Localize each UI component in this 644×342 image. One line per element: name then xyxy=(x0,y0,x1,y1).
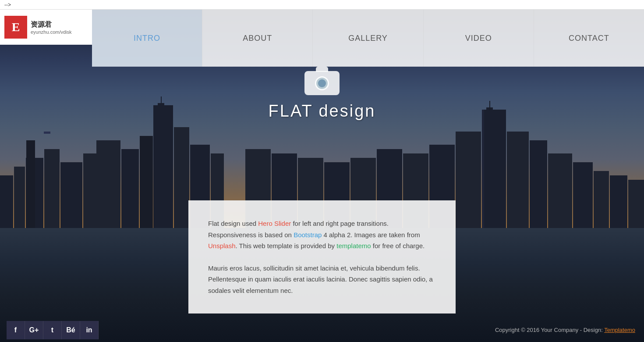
svg-rect-3 xyxy=(44,149,60,228)
svg-rect-11 xyxy=(96,140,120,228)
google-plus-icon[interactable]: G+ xyxy=(25,321,43,339)
content-box: Flat design used Hero Slider for left an… xyxy=(188,200,456,314)
nav-item-contact[interactable]: CONTACT xyxy=(534,10,644,67)
behance-icon[interactable]: Bé xyxy=(62,321,80,339)
content-text-mid2: 4 alpha 2. Images are taken from xyxy=(322,231,420,239)
camera-lens xyxy=(315,76,329,90)
content-paragraph-1: Flat design used Hero Slider for left an… xyxy=(208,218,436,252)
svg-rect-14 xyxy=(174,127,189,228)
camera-lens-inner xyxy=(318,79,326,87)
templatemo-link-1[interactable]: templatemo xyxy=(336,242,371,249)
nav-item-video[interactable]: VIDEO xyxy=(423,10,534,67)
unsplash-link[interactable]: Unsplash xyxy=(208,242,236,249)
svg-rect-4 xyxy=(26,140,35,228)
camera-body xyxy=(304,71,340,95)
svg-rect-1 xyxy=(14,167,25,228)
svg-rect-22 xyxy=(548,153,572,228)
svg-rect-6 xyxy=(83,153,96,228)
svg-rect-26 xyxy=(628,180,644,228)
hero-slider-link[interactable]: Hero Slider xyxy=(258,220,291,227)
footer: f G+ t Bé in Copyright © 2016 Your Compa… xyxy=(0,318,644,342)
svg-rect-13 xyxy=(140,136,153,228)
twitter-icon[interactable]: t xyxy=(43,321,62,339)
top-bar: --> xyxy=(0,0,644,10)
svg-rect-21 xyxy=(530,140,547,228)
svg-rect-17 xyxy=(482,110,506,228)
svg-rect-25 xyxy=(610,175,627,228)
footer-copyright: Copyright © 2016 Your Company - Design: … xyxy=(495,327,635,333)
top-bar-text: --> xyxy=(4,2,11,8)
svg-rect-7 xyxy=(44,132,50,134)
hero-title: FLAT design xyxy=(269,102,376,121)
svg-rect-27 xyxy=(456,132,481,228)
logo-area: E 资源君 eyunzhu.com/vdisk xyxy=(0,10,92,45)
content-text-post: for free of charge. xyxy=(371,242,425,249)
templatemo-footer-link[interactable]: Templatemo xyxy=(604,327,635,333)
logo-title: 资源君 xyxy=(31,20,72,29)
svg-rect-23 xyxy=(573,162,593,228)
social-icons: f G+ t Bé in xyxy=(7,321,99,339)
svg-rect-12 xyxy=(121,149,139,228)
navigation: INTRO ABOUT GALLERY VIDEO CONTACT xyxy=(92,10,644,67)
bootstrap-link[interactable]: Bootstrap xyxy=(294,231,322,239)
hero-content: FLAT design xyxy=(0,67,644,121)
logo-letter: E xyxy=(4,16,27,39)
svg-rect-24 xyxy=(594,171,609,228)
linkedin-icon[interactable]: in xyxy=(80,321,99,339)
svg-rect-0 xyxy=(0,175,13,228)
svg-rect-20 xyxy=(507,132,529,228)
nav-item-intro[interactable]: INTRO xyxy=(92,10,202,67)
svg-rect-36 xyxy=(482,110,484,228)
content-text-mid3: . This web template is provided by xyxy=(236,242,337,249)
logo-text: 资源君 eyunzhu.com/vdisk xyxy=(31,20,72,35)
content-text-pre: Flat design used xyxy=(208,220,258,227)
logo-subtitle: eyunzhu.com/vdisk xyxy=(31,29,72,35)
content-paragraph-2: Mauris eros lacus, sollicitudin sit amet… xyxy=(208,263,436,296)
nav-item-gallery[interactable]: GALLERY xyxy=(312,10,423,67)
nav-item-about[interactable]: ABOUT xyxy=(202,10,312,67)
svg-rect-5 xyxy=(60,162,82,228)
facebook-icon[interactable]: f xyxy=(7,321,25,339)
camera-icon xyxy=(304,67,340,95)
svg-rect-8 xyxy=(153,105,173,228)
